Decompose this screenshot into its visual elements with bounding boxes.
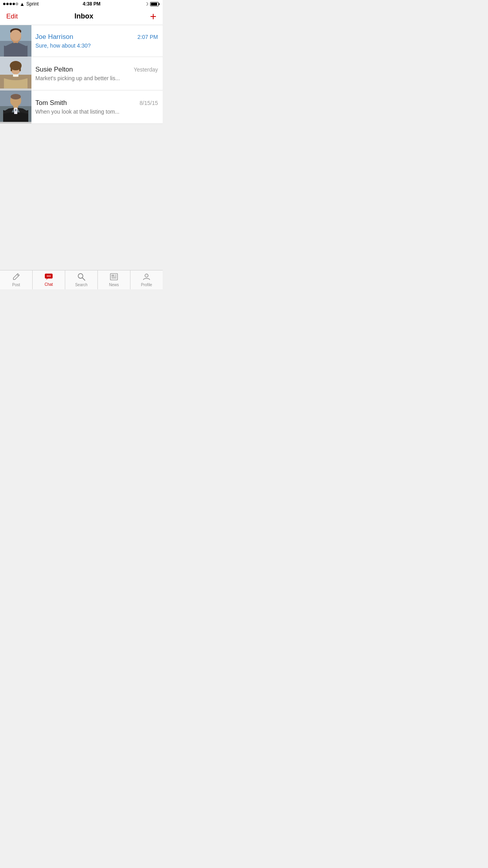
sender-name: Susie Pelton [35,66,73,74]
profile-icon [143,273,150,282]
message-preview: When you look at that listing tom... [35,108,158,115]
message-preview: Sure, how about 4:30? [35,42,158,49]
edit-button[interactable]: Edit [6,13,18,20]
message-time: 2:07 PM [138,34,158,40]
tab-news[interactable]: News [98,270,130,289]
status-bar: ▲ Sprint 4:38 PM ☽ [0,0,163,8]
message-header: Tom Smith 8/15/15 [35,99,158,107]
svg-point-25 [47,276,48,277]
battery-fill [151,3,157,6]
svg-point-36 [145,274,148,277]
status-right: ☽ [145,2,160,7]
battery-tip [159,3,160,5]
svg-rect-1 [0,25,31,41]
svg-rect-12 [11,66,12,71]
susie-avatar-svg [0,57,31,88]
message-header: Joe Harrison 2:07 PM [35,33,158,41]
page-title: Inbox [74,12,93,20]
message-content: Tom Smith 8/15/15 When you look at that … [31,90,163,123]
message-content: Susie Pelton Yesterday Market's picking … [31,57,163,90]
signal-dot-1 [3,3,6,5]
nav-bar: Edit Inbox + [0,8,163,25]
svg-marker-24 [46,279,48,280]
content-area [0,124,163,274]
signal-dot-5 [16,3,18,5]
svg-marker-5 [15,43,17,48]
signal-strength [3,3,18,5]
status-left: ▲ Sprint [3,1,39,7]
svg-rect-30 [110,274,117,280]
svg-line-29 [83,278,85,280]
svg-point-26 [48,276,50,277]
wifi-icon: ▲ [20,1,25,7]
sender-name: Tom Smith [35,99,67,107]
message-item[interactable]: Joe Harrison 2:07 PM Sure, how about 4:3… [0,25,163,57]
tab-profile[interactable]: Profile [130,270,163,289]
message-header: Susie Pelton Yesterday [35,66,158,74]
message-time: 8/15/15 [139,100,158,106]
tab-profile-label: Profile [141,283,152,287]
avatar [0,90,31,123]
add-button[interactable]: + [150,11,156,22]
svg-rect-4 [14,42,17,50]
svg-rect-15 [13,74,18,77]
tab-chat[interactable]: Chat [33,270,65,289]
svg-rect-6 [13,40,18,44]
svg-point-19 [11,94,21,99]
joe-avatar-svg [0,25,31,57]
signal-dot-4 [13,3,15,5]
tab-news-label: News [109,283,119,287]
sender-name: Joe Harrison [35,33,73,41]
signal-dot-3 [9,3,12,5]
avatar [0,25,31,57]
message-preview: Market's picking up and better lis... [35,75,158,81]
tab-post-label: Post [12,283,20,287]
svg-point-3 [10,28,21,35]
chat-icon [44,273,53,281]
signal-dot-2 [6,3,9,5]
tom-avatar-svg [0,90,31,122]
pencil-icon [12,273,20,282]
tab-bar: Post Chat Search [0,270,163,289]
status-time: 4:38 PM [83,1,100,7]
message-item[interactable]: Tom Smith 8/15/15 When you look at that … [0,90,163,124]
tab-post[interactable]: Post [0,270,33,289]
news-icon [110,273,118,282]
tab-search[interactable]: Search [65,270,98,289]
svg-rect-31 [112,275,114,277]
battery-indicator [150,2,160,6]
message-list: Joe Harrison 2:07 PM Sure, how about 4:3… [0,25,163,124]
battery-body [150,2,159,6]
message-time: Yesterday [134,66,158,73]
tab-search-label: Search [75,283,88,287]
tab-chat-label: Chat [44,282,53,287]
moon-icon: ☽ [145,2,149,7]
svg-rect-13 [19,66,21,71]
message-content: Joe Harrison 2:07 PM Sure, how about 4:3… [31,25,163,57]
message-item[interactable]: Susie Pelton Yesterday Market's picking … [0,57,163,90]
avatar [0,57,31,90]
search-icon [77,273,85,282]
svg-point-27 [50,276,51,277]
svg-point-28 [78,274,83,278]
svg-point-2 [10,30,21,42]
carrier-text: Sprint [26,1,39,7]
